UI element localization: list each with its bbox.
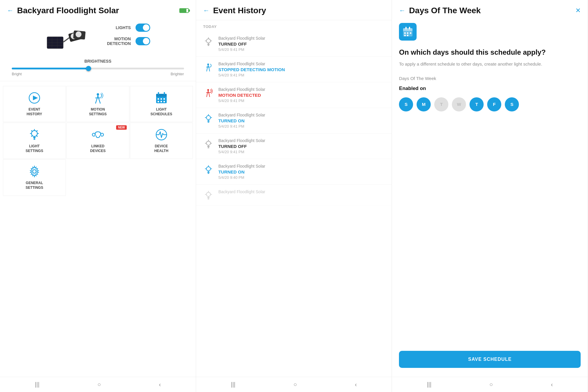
device-health-cell[interactable]: DEVICEHEALTH xyxy=(130,123,193,159)
event-item: Backyard Floodlight Solar TURNED OFF 5/4… xyxy=(196,31,392,57)
svg-line-61 xyxy=(209,94,210,97)
linked-devices-label: LINKEDDEVICES xyxy=(90,144,106,153)
svg-line-60 xyxy=(207,94,207,97)
svg-rect-99 xyxy=(407,35,408,36)
event-content: Backyard Floodlight Solar TURNED ON 5/4/… xyxy=(218,164,385,180)
days-header: ← Days Of The Week ✕ xyxy=(392,0,588,20)
events-panel: ← Event History TODAY Backyard Floodligh… xyxy=(196,0,392,392)
motion-toggle[interactable] xyxy=(136,37,150,45)
event-device: Backyard Floodlight Solar xyxy=(218,113,385,117)
svg-line-17 xyxy=(99,100,100,103)
svg-line-54 xyxy=(207,68,207,71)
event-icon-light-on2 xyxy=(203,164,214,175)
svg-rect-90 xyxy=(208,199,209,199)
event-status: TURNED ON xyxy=(218,169,385,174)
nav-menu2[interactable]: ||| xyxy=(231,381,235,388)
event-history-label: EVENTHISTORY xyxy=(27,107,42,116)
svg-rect-25 xyxy=(163,98,165,100)
days-question: On which days should this schedule apply… xyxy=(399,48,581,57)
light-schedules-cell[interactable]: LIGHTSCHEDULES xyxy=(130,86,193,122)
slider-left-label: Bright xyxy=(12,72,22,76)
motion-settings-cell[interactable]: MOTIONSETTINGS xyxy=(66,86,129,122)
svg-rect-39 xyxy=(34,139,35,140)
lights-label: LIGHTS xyxy=(104,25,131,30)
days-section-title: Days Of The Week xyxy=(399,76,581,81)
days-description: To apply a different schedule to other d… xyxy=(399,61,581,68)
day-tuesday[interactable]: T xyxy=(434,97,448,111)
nav-home3[interactable]: ○ xyxy=(490,381,493,388)
day-wednesday[interactable]: W xyxy=(452,97,466,111)
svg-rect-27 xyxy=(161,101,162,102)
linked-devices-cell[interactable]: NEW LINKEDDEVICES xyxy=(66,123,129,159)
svg-point-63 xyxy=(206,116,211,120)
event-status: MOTION DETECTED xyxy=(218,93,385,98)
motion-label: MOTION DETECTION xyxy=(104,36,131,46)
event-time: 5/4/20 9:40 PM xyxy=(218,175,385,180)
event-device: Backyard Floodlight Solar xyxy=(218,138,385,143)
nav-back2[interactable]: ‹ xyxy=(355,381,357,388)
events-back-button[interactable]: ← xyxy=(203,7,210,14)
event-icon-motion-stop xyxy=(203,62,214,73)
back-button[interactable]: ← xyxy=(7,7,14,14)
svg-point-84 xyxy=(206,192,211,196)
event-item: Backyard Floodlight Solar TURNED ON 5/4/… xyxy=(196,108,392,134)
close-button[interactable]: ✕ xyxy=(575,7,581,14)
day-friday[interactable]: F xyxy=(487,97,501,111)
day-monday[interactable]: M xyxy=(417,97,431,111)
nav-home[interactable]: ○ xyxy=(97,381,101,388)
svg-rect-68 xyxy=(207,121,210,121)
event-item: Backyard Floodlight Solar MOTION DETECTE… xyxy=(196,82,392,108)
nav-home2[interactable]: ○ xyxy=(293,381,297,388)
event-item: Backyard Floodlight Solar STOPPED DETECT… xyxy=(196,57,392,82)
event-history-cell[interactable]: EVENTHISTORY xyxy=(3,86,66,122)
event-content: Backyard Floodlight Solar STOPPED DETECT… xyxy=(218,61,385,77)
svg-line-55 xyxy=(209,68,210,71)
lights-toggle[interactable] xyxy=(136,24,150,32)
event-content: Backyard Floodlight Solar TURNED ON 5/4/… xyxy=(218,113,385,129)
bottom-nav-2: ||| ○ ‹ xyxy=(196,377,392,392)
save-btn-area: SAVE SCHEDULE xyxy=(392,345,588,377)
svg-rect-97 xyxy=(410,32,411,34)
day-thursday[interactable]: T xyxy=(470,97,484,111)
days-content: On which days should this schedule apply… xyxy=(392,48,588,345)
svg-rect-98 xyxy=(404,35,406,36)
slider-labels: Bright Brighter xyxy=(9,72,187,76)
event-icon-motion-detect xyxy=(203,88,214,98)
event-time: 5/4/20 9:41 PM xyxy=(218,150,385,154)
save-schedule-button[interactable]: SAVE SCHEDULE xyxy=(399,351,581,368)
svg-rect-95 xyxy=(404,32,406,34)
day-saturday[interactable]: S xyxy=(505,97,519,111)
svg-rect-76 xyxy=(208,148,209,148)
nav-back3[interactable]: ‹ xyxy=(551,381,553,388)
svg-rect-92 xyxy=(403,28,412,31)
days-title: Days Of The Week xyxy=(409,6,572,15)
brightness-slider[interactable] xyxy=(12,68,184,69)
svg-rect-82 xyxy=(207,172,210,173)
svg-rect-93 xyxy=(405,27,407,29)
svg-rect-50 xyxy=(208,45,209,46)
events-title: Event History xyxy=(213,6,385,15)
event-status: TURNED OFF xyxy=(218,41,385,46)
linked-devices-icon xyxy=(91,128,104,141)
event-icon-light-off xyxy=(203,36,214,47)
svg-rect-24 xyxy=(161,98,162,100)
light-settings-cell[interactable]: LIGHTSETTINGS xyxy=(3,123,66,159)
brightness-section: BRIGHTNESS Bright Brighter xyxy=(0,53,196,76)
event-status: TURNED OFF xyxy=(218,144,385,149)
motion-settings-label: MOTIONSETTINGS xyxy=(89,107,107,116)
brightness-label: BRIGHTNESS xyxy=(9,59,187,64)
nav-menu[interactable]: ||| xyxy=(35,381,40,388)
nav-back[interactable]: ‹ xyxy=(159,381,161,388)
controls-area: LIGHTS MOTION DETECTION xyxy=(104,21,150,46)
svg-rect-26 xyxy=(158,101,159,102)
light-settings-icon xyxy=(28,128,41,141)
event-history-icon xyxy=(28,91,41,104)
device-panel: ← Backyard Floodlight Solar xyxy=(0,0,196,392)
device-image xyxy=(46,21,93,53)
nav-menu3[interactable]: ||| xyxy=(427,381,432,388)
event-device: Backyard Floodlight Solar xyxy=(218,87,385,92)
day-sunday[interactable]: S xyxy=(399,97,413,111)
general-settings-cell[interactable]: GENERALSETTINGS xyxy=(3,159,66,196)
event-content: Backyard Floodlight Solar TURNED OFF 5/4… xyxy=(218,138,385,154)
days-back-button[interactable]: ← xyxy=(399,7,405,14)
